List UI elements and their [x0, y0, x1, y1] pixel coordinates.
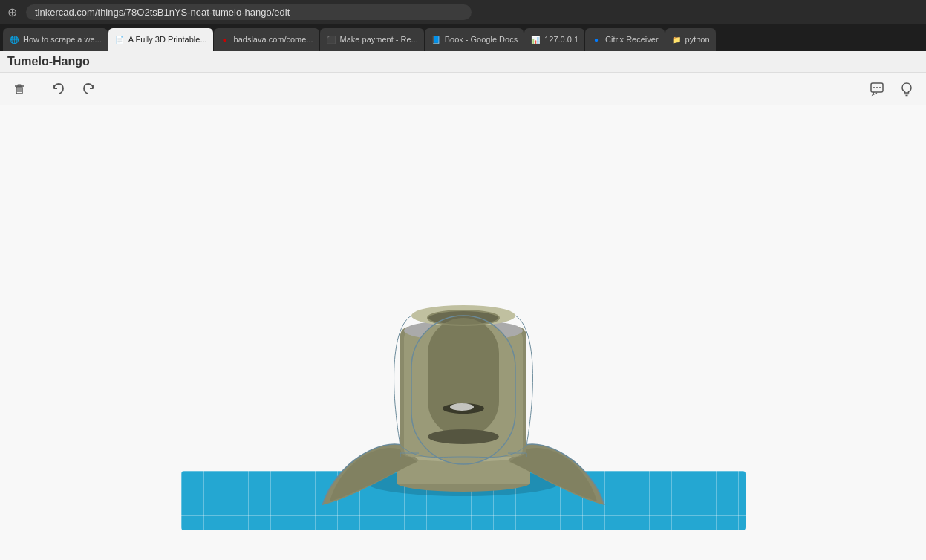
tab-3d-printable[interactable]: 📄 A Fully 3D Printable...: [108, 28, 213, 51]
tab-label-8: python: [685, 35, 710, 44]
redo-icon: [81, 82, 96, 97]
svg-point-7: [873, 87, 875, 88]
tab-label-6: 127.0.0.1: [544, 35, 578, 44]
tab-citrix[interactable]: ● Citrix Receiver: [585, 28, 665, 51]
tab-favicon-4: ⬛: [326, 34, 336, 45]
undo-icon: [51, 82, 66, 97]
viewport[interactable]: [0, 105, 926, 560]
tab-favicon-7: ●: [591, 34, 601, 45]
tabs-bar: 🌐 How to scrape a we... 📄 A Fully 3D Pri…: [0, 24, 926, 51]
svg-rect-2: [18, 85, 21, 86]
tab-label-2: A Fully 3D Printable...: [128, 35, 207, 44]
trash-icon: [12, 82, 27, 97]
tab-python[interactable]: 📁 python: [665, 28, 716, 51]
svg-rect-23: [428, 318, 499, 437]
svg-point-9: [879, 87, 881, 88]
redo-button[interactable]: [75, 76, 102, 102]
3d-model-svg: [255, 230, 671, 512]
page-title: Tumelo-Hango: [7, 55, 90, 68]
tab-label-5: Book - Google Docs: [445, 35, 518, 44]
lightbulb-icon: [899, 81, 915, 97]
tab-label-3: badslava.com/come...: [234, 35, 313, 44]
comment-icon: [869, 81, 885, 97]
tab-google-docs[interactable]: 📘 Book - Google Docs: [425, 28, 524, 51]
tab-how-to-scrape[interactable]: 🌐 How to scrape a we...: [3, 28, 108, 51]
toolbar: [0, 73, 926, 105]
browser-titlebar: ⊕ tinkercad.com/things/78O2tsB1nYS-neat-…: [0, 0, 926, 24]
page-header: Tumelo-Hango: [0, 51, 926, 73]
svg-point-27: [450, 403, 474, 411]
tab-badslava[interactable]: ● badslava.com/come...: [214, 28, 319, 51]
tab-make-payment[interactable]: ⬛ Make payment - Re...: [320, 28, 424, 51]
tab-favicon-1: 🌐: [9, 34, 19, 45]
address-bar[interactable]: tinkercad.com/things/78O2tsB1nYS-neat-tu…: [26, 4, 472, 20]
browser-menu-icon[interactable]: ⊕: [7, 5, 17, 19]
tab-label-4: Make payment - Re...: [340, 35, 418, 44]
svg-point-8: [876, 87, 878, 88]
tab-favicon-3: ●: [220, 34, 230, 45]
tab-label-1: How to scrape a we...: [23, 35, 102, 44]
undo-button[interactable]: [45, 76, 72, 102]
comment-button[interactable]: [864, 76, 890, 102]
tab-localhost[interactable]: 📊 127.0.0.1: [524, 28, 584, 51]
model-container: [255, 230, 671, 515]
tab-favicon-6: 📊: [530, 34, 541, 45]
delete-button[interactable]: [6, 76, 33, 102]
tab-label-7: Citrix Receiver: [605, 35, 659, 44]
tab-favicon-8: 📁: [671, 34, 682, 45]
tab-favicon-2: 📄: [114, 34, 125, 45]
toolbar-right: [864, 76, 920, 102]
hint-button[interactable]: [893, 76, 920, 102]
toolbar-divider-1: [39, 79, 39, 100]
svg-point-24: [428, 429, 499, 444]
tab-favicon-5: 📘: [431, 34, 441, 45]
